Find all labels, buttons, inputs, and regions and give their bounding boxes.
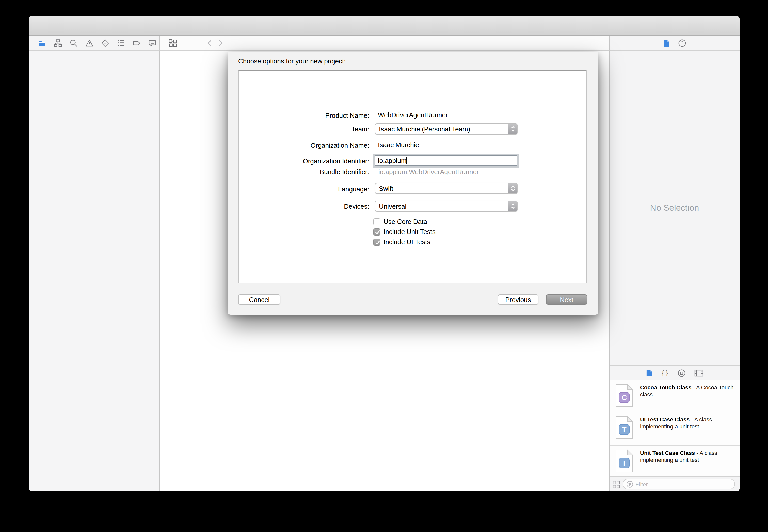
- library-item-text: Unit Test Case Class - A class implement…: [640, 450, 734, 463]
- secondary-bar: ?: [29, 36, 740, 51]
- language-label: Language:: [227, 185, 369, 193]
- next-button[interactable]: Next: [546, 294, 587, 305]
- include-unit-tests-label: Include Unit Tests: [383, 228, 436, 236]
- product-name-label: Product Name:: [227, 112, 369, 119]
- svg-text:T: T: [622, 426, 626, 434]
- related-items-icon[interactable]: [169, 39, 177, 48]
- use-core-data-checkbox[interactable]: [373, 218, 380, 225]
- snippet-icon[interactable]: { }: [661, 369, 669, 377]
- devices-popup[interactable]: Universal: [375, 201, 518, 212]
- previous-button[interactable]: Previous: [498, 294, 539, 305]
- organization-identifier-value: io.appium: [378, 157, 407, 164]
- project-navigator-folder-icon[interactable]: [38, 39, 46, 47]
- include-ui-tests-row: Include UI Tests: [373, 238, 431, 246]
- symbol-navigator-icon[interactable]: [54, 39, 62, 47]
- search-icon[interactable]: [70, 39, 78, 47]
- svg-text:C: C: [622, 394, 627, 402]
- organization-name-label: Organization Name:: [227, 142, 369, 149]
- use-core-data-label: Use Core Data: [383, 218, 427, 225]
- dialog-title: Choose options for your new project:: [238, 57, 346, 65]
- library-item-cocoa-touch-class[interactable]: C Cocoa Touch Class - A Cocoa Touch clas…: [610, 380, 740, 412]
- test-navigator-icon[interactable]: [101, 39, 109, 47]
- file-template-thumbnail: T: [616, 449, 633, 473]
- organization-identifier-label: Organization Identifier:: [227, 157, 369, 165]
- devices-label: Devices:: [227, 203, 369, 210]
- quick-help-icon[interactable]: ?: [678, 39, 686, 47]
- library-list: C Cocoa Touch Class - A Cocoa Touch clas…: [610, 380, 740, 476]
- include-ui-tests-label: Include UI Tests: [383, 238, 431, 246]
- issue-navigator-icon[interactable]: [85, 39, 93, 47]
- product-name-field[interactable]: [375, 110, 517, 120]
- dialog-form-box: [238, 70, 587, 283]
- use-core-data-row: Use Core Data: [373, 218, 427, 225]
- devices-value: Universal: [379, 202, 407, 210]
- toolbar: [29, 16, 740, 36]
- cancel-button[interactable]: Cancel: [238, 294, 280, 305]
- svg-text:{ }: { }: [662, 369, 668, 377]
- new-project-options-dialog: Choose options for your new project: Pro…: [227, 52, 598, 315]
- library-item-ui-test-case-class[interactable]: T UI Test Case Class - A class implement…: [610, 412, 740, 446]
- organization-name-field[interactable]: [375, 140, 517, 150]
- library-item-text: UI Test Case Class - A class implementin…: [640, 416, 734, 430]
- bundle-identifier-label: Bundle Identifier:: [227, 168, 369, 176]
- svg-text:T: T: [622, 459, 626, 467]
- library-filter-bar: [610, 476, 740, 491]
- team-popup[interactable]: Isaac Murchie (Personal Team): [375, 123, 518, 135]
- breakpoint-navigator-icon[interactable]: [133, 39, 141, 47]
- filter-input[interactable]: [635, 481, 712, 487]
- media-icon[interactable]: [694, 369, 703, 376]
- include-ui-tests-checkbox[interactable]: [373, 238, 380, 245]
- library-item-text: Cocoa Touch Class - A Cocoa Touch class: [640, 384, 734, 398]
- language-popup[interactable]: Swift: [375, 183, 518, 194]
- filter-icon: [626, 480, 633, 488]
- library-item-unit-test-case-class[interactable]: T Unit Test Case Class - A class impleme…: [610, 446, 740, 476]
- debug-navigator-icon[interactable]: [117, 39, 125, 47]
- svg-text:?: ?: [681, 40, 683, 45]
- screen: ? No Selection { }: [0, 0, 768, 532]
- team-label: Team:: [227, 125, 369, 133]
- text-caret: [407, 157, 407, 164]
- inspector-empty-state: No Selection: [610, 51, 740, 365]
- file-inspector-icon[interactable]: [663, 39, 670, 47]
- no-selection-label: No Selection: [650, 203, 699, 213]
- organization-identifier-field[interactable]: io.appium: [375, 155, 517, 166]
- xcode-window: ? No Selection { }: [29, 16, 740, 491]
- inspector-bar: ?: [609, 36, 740, 51]
- forward-arrow-icon[interactable]: [218, 39, 223, 47]
- team-value: Isaac Murchie (Personal Team): [379, 125, 470, 133]
- popup-stepper-icon: [509, 201, 517, 211]
- navigator-bar: [29, 36, 160, 51]
- file-template-thumbnail: C: [616, 384, 633, 407]
- language-value: Swift: [379, 185, 393, 192]
- editor-jump-bar: [160, 36, 609, 51]
- report-navigator-icon[interactable]: [148, 39, 156, 47]
- grid-view-icon[interactable]: [613, 481, 620, 488]
- filter-field[interactable]: [623, 479, 735, 489]
- include-unit-tests-row: Include Unit Tests: [373, 228, 436, 236]
- include-unit-tests-checkbox[interactable]: [373, 228, 380, 235]
- popup-stepper-icon: [509, 124, 517, 134]
- file-template-icon[interactable]: [646, 369, 652, 377]
- popup-stepper-icon: [509, 183, 517, 193]
- bundle-identifier-value: io.appium.WebDriverAgentRunner: [378, 168, 479, 176]
- navigator-panel: [29, 51, 160, 491]
- utilities-panel: No Selection { }: [609, 51, 740, 491]
- object-icon[interactable]: [677, 369, 685, 377]
- library-bar: { }: [610, 365, 740, 380]
- file-template-thumbnail: T: [616, 416, 633, 439]
- back-arrow-icon[interactable]: [207, 39, 212, 47]
